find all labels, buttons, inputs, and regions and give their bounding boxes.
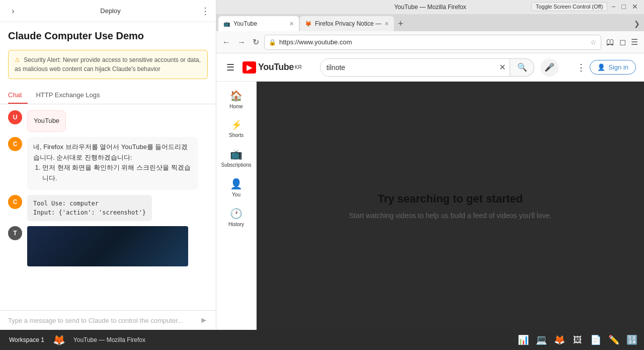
- home-icon: 🏠: [230, 90, 243, 102]
- reload-button[interactable]: ↻: [251, 35, 261, 49]
- taskbar-app-label: YouTube — Mozilla Firefox: [69, 336, 149, 343]
- youtube-main: 🏠 Home ⚡ Shorts 📺 Subscriptions 👤 You: [216, 82, 644, 330]
- maximize-button[interactable]: □: [620, 3, 628, 11]
- taskbar-browser-icon[interactable]: 🦊: [551, 332, 568, 348]
- youtube-sidebar: 🏠 Home ⚡ Shorts 📺 Subscriptions 👤 You: [216, 82, 257, 330]
- taskbar-spreadsheet-icon[interactable]: 📊: [515, 332, 531, 348]
- home-label: Home: [229, 104, 243, 109]
- tool-bubble: Tool Use: computer Input: {'action': 'sc…: [27, 195, 152, 221]
- app-title: Claude Computer Use Demo: [0, 22, 216, 46]
- youtube-header: ☰ ▶ YouTube KR ✕ 🔍 🎤 ⋮: [216, 53, 644, 82]
- privacy-tab-close[interactable]: ✕: [384, 21, 389, 27]
- youtube-search-input[interactable]: [320, 59, 496, 76]
- thumb-avatar: T: [8, 226, 22, 240]
- signin-icon: 👤: [597, 63, 605, 71]
- forward-button[interactable]: →: [235, 36, 248, 49]
- you-icon: 👤: [230, 178, 243, 190]
- shorts-label: Shorts: [229, 132, 244, 138]
- youtube-tab-label: YouTube: [233, 20, 257, 27]
- extensions-button[interactable]: ◻: [617, 35, 628, 49]
- user-avatar: U: [8, 110, 22, 124]
- tool-message-1: C Tool Use: computer Input: {'action': '…: [8, 195, 208, 221]
- tool-input: Input: {'action': 'screenshot'}: [33, 208, 146, 217]
- tab-arrows[interactable]: ❯: [632, 16, 642, 31]
- firefox-addressbar: ← → ↻ 🔒 ☆ 🕮 ◻ ☰: [216, 31, 644, 53]
- voice-search-button[interactable]: 🎤: [540, 58, 558, 77]
- signin-label: Sign in: [608, 63, 628, 71]
- sidebar-item-history[interactable]: 🕐 History: [216, 203, 256, 231]
- tool-use-label: Tool Use: computer: [33, 199, 146, 208]
- screenshot-thumbnail: [27, 226, 188, 266]
- claude-message-bubble: 네, Firefox 브라우저를 열어서 YouTube를 들어드리겠습니다. …: [27, 137, 198, 190]
- tabs-bar: Chat HTTP Exchange Logs: [0, 87, 216, 104]
- firefox-tabsbar: 📺 YouTube ✕ 🦊 Firefox Privacy Notice — ✕…: [216, 14, 644, 31]
- address-bar: 🔒 ☆: [264, 35, 601, 50]
- pocket-button[interactable]: 🕮: [604, 35, 616, 49]
- yt-more-button[interactable]: ⋮: [577, 62, 586, 73]
- alert-box: ⚠ Security Alert: Never provide access t…: [8, 50, 208, 79]
- new-tab-button[interactable]: +: [395, 16, 407, 31]
- chat-area: U YouTube C 네, Firefox 브라우저를 열어서 YouTube…: [0, 104, 216, 310]
- close-button[interactable]: ✕: [630, 3, 640, 11]
- privacy-favicon: 🦊: [305, 20, 312, 27]
- left-topbar: › Deploy ⋮: [0, 0, 216, 22]
- subscriptions-icon: 📺: [230, 148, 243, 160]
- youtube-favicon: 📺: [223, 20, 230, 27]
- deploy-button[interactable]: Deploy: [96, 5, 124, 17]
- tab-chat[interactable]: Chat: [8, 87, 28, 104]
- taskbar-edit-icon[interactable]: ✏️: [606, 332, 622, 348]
- you-label: You: [232, 192, 240, 197]
- empty-state: Try searching to get started Start watch…: [319, 172, 582, 240]
- firefox-tab-privacy[interactable]: 🦊 Firefox Privacy Notice — ✕: [300, 16, 394, 31]
- firefox-menu-button[interactable]: ☰: [629, 35, 640, 49]
- alert-text: Security Alert: Never provide access to …: [15, 56, 201, 73]
- yt-menu-button[interactable]: ☰: [224, 60, 236, 75]
- subscriptions-label: Subscriptions: [221, 162, 251, 168]
- taskbar-pdf-icon[interactable]: 📄: [588, 332, 604, 348]
- sidebar-toggle-button[interactable]: ›: [6, 4, 20, 18]
- history-icon: 🕐: [230, 207, 243, 220]
- send-button[interactable]: ►: [200, 316, 208, 325]
- back-button[interactable]: ←: [220, 36, 232, 49]
- chat-input[interactable]: [8, 317, 196, 324]
- taskbar-calc-icon[interactable]: 🔢: [624, 332, 640, 348]
- yt-logo-icon: ▶: [243, 61, 256, 74]
- taskbar-terminal-icon[interactable]: 💻: [533, 332, 549, 348]
- sidebar-item-you[interactable]: 👤 You: [216, 174, 256, 201]
- empty-state-subtitle: Start watching videos to help us build a…: [349, 212, 552, 220]
- yt-logo-text: YouTube: [258, 62, 294, 73]
- bookmark-button[interactable]: ☆: [590, 38, 597, 46]
- taskbar-right: 📊 💻 🦊 🖼 📄 ✏️ 🔢: [515, 332, 640, 348]
- firefox-container: YouTube — Mozilla Firefox Toggle Screen …: [216, 0, 644, 330]
- firefox-tab-youtube[interactable]: 📺 YouTube ✕: [218, 16, 299, 31]
- url-input[interactable]: [279, 38, 587, 46]
- toggle-screen-button[interactable]: Toggle Screen Control (Off): [531, 2, 608, 11]
- more-options-button[interactable]: ⋮: [201, 7, 210, 16]
- claude-avatar: C: [8, 137, 22, 151]
- shorts-icon: ⚡: [231, 119, 242, 130]
- taskbar-photos-icon[interactable]: 🖼: [570, 332, 586, 348]
- tab-http-exchange[interactable]: HTTP Exchange Logs: [36, 87, 106, 104]
- youtube-search-box: ✕: [320, 58, 511, 77]
- sign-in-button[interactable]: 👤 Sign in: [590, 60, 636, 75]
- firefox-toolbar-icons: 🕮 ◻ ☰: [604, 35, 640, 49]
- taskbar-firefox-icon[interactable]: 🦊: [51, 332, 67, 348]
- user-message-1: U YouTube: [8, 110, 208, 132]
- youtube-tab-close[interactable]: ✕: [289, 21, 294, 27]
- workspace-label: Workspace 1: [4, 336, 49, 343]
- left-panel: › Deploy ⋮ Claude Computer Use Demo ⚠ Se…: [0, 0, 216, 330]
- empty-state-title: Try searching to get started: [349, 192, 552, 205]
- search-button[interactable]: 🔍: [510, 58, 534, 77]
- youtube-logo: ▶ YouTube KR: [243, 61, 302, 74]
- search-clear-button[interactable]: ✕: [495, 62, 510, 72]
- firefox-titlebar: YouTube — Mozilla Firefox Toggle Screen …: [216, 0, 644, 14]
- alert-icon: ⚠: [15, 56, 20, 63]
- secure-icon: 🔒: [269, 39, 276, 46]
- sidebar-item-home[interactable]: 🏠 Home: [216, 86, 256, 113]
- youtube-app: ☰ ▶ YouTube KR ✕ 🔍 🎤 ⋮: [216, 53, 644, 330]
- yt-logo-country: KR: [295, 64, 302, 70]
- sidebar-item-shorts[interactable]: ⚡ Shorts: [216, 115, 256, 142]
- minimize-button[interactable]: −: [609, 3, 617, 11]
- sidebar-item-subscriptions[interactable]: 📺 Subscriptions: [216, 144, 256, 172]
- user-message-bubble: YouTube: [27, 110, 66, 132]
